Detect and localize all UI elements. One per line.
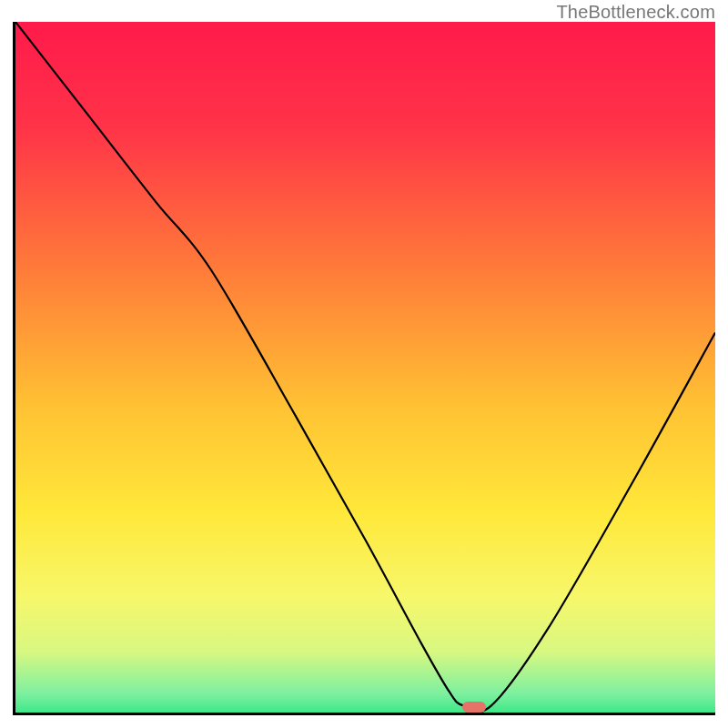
bottleneck-curve-path — [15, 22, 715, 712]
chart-curve — [15, 22, 715, 713]
watermark-text: TheBottleneck.com — [556, 2, 715, 23]
optimal-point-marker — [462, 702, 486, 713]
chart-plot-area — [13, 22, 715, 715]
